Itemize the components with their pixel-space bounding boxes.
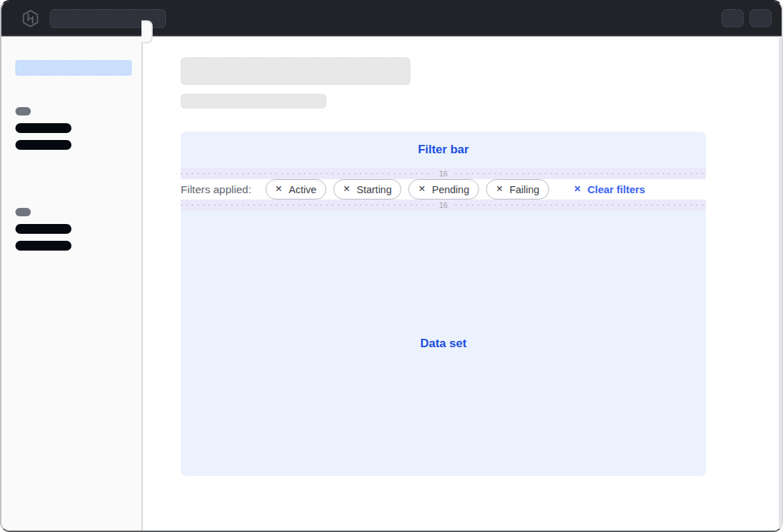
spacing-annotation-bottom: 16 xyxy=(181,200,706,211)
spacing-annotation-top: 16 xyxy=(181,168,706,179)
filter-bar-panel: Filter bar xyxy=(181,132,706,168)
data-set-panel: Data set xyxy=(181,211,706,476)
filter-tag-label: Starting xyxy=(356,184,392,195)
clear-filters-label: Clear filters xyxy=(588,183,646,195)
top-nav-bar xyxy=(1,1,782,36)
main-content: Filter bar 16 Filters applied: ✕ Active … xyxy=(143,38,782,531)
topbar-action-placeholder-1 xyxy=(721,9,744,27)
sidebar-section-label-placeholder xyxy=(15,208,31,216)
filter-tag-pending[interactable]: ✕ Pending xyxy=(408,179,479,200)
close-icon[interactable]: ✕ xyxy=(418,185,425,194)
sidebar-item-placeholder xyxy=(15,241,71,251)
close-icon[interactable]: ✕ xyxy=(343,185,350,194)
app-window: Filter bar 16 Filters applied: ✕ Active … xyxy=(0,0,783,532)
filter-tag-label: Active xyxy=(289,184,317,195)
page-subtitle-placeholder xyxy=(181,94,326,108)
data-set-label: Data set xyxy=(420,337,466,351)
filter-tag-active[interactable]: ✕ Active xyxy=(265,179,326,200)
sidebar-item-placeholder xyxy=(15,140,71,150)
filter-tag-label: Pending xyxy=(432,184,469,195)
close-icon: ✕ xyxy=(574,185,581,194)
sidebar-selected-item-placeholder xyxy=(15,60,132,76)
page-title-placeholder xyxy=(181,57,410,85)
scrollbar[interactable] xyxy=(779,38,782,531)
sidebar-item-placeholder xyxy=(15,224,71,234)
filters-applied-row: Filters applied: ✕ Active ✕ Starting ✕ P… xyxy=(181,179,706,200)
filter-tag-failing[interactable]: ✕ Failing xyxy=(486,179,549,200)
spacing-value: 16 xyxy=(434,168,453,179)
clear-filters-link[interactable]: ✕ Clear filters xyxy=(574,183,645,195)
sidebar-item-placeholder xyxy=(15,123,71,133)
filter-tag-label: Failing xyxy=(509,184,539,195)
close-icon[interactable]: ✕ xyxy=(496,185,503,194)
filter-bar-label: Filter bar xyxy=(418,143,469,157)
filter-tag-starting[interactable]: ✕ Starting xyxy=(333,179,401,200)
close-icon[interactable]: ✕ xyxy=(275,185,282,194)
hashicorp-logo-icon xyxy=(21,9,40,28)
sidebar-section-label-placeholder xyxy=(15,107,31,115)
sidebar xyxy=(1,38,143,531)
topbar-action-placeholder-2 xyxy=(749,9,772,27)
filters-applied-label: Filters applied: xyxy=(181,183,251,196)
sidebar-flyout-tab[interactable] xyxy=(141,20,153,43)
spacing-value: 16 xyxy=(434,200,453,211)
